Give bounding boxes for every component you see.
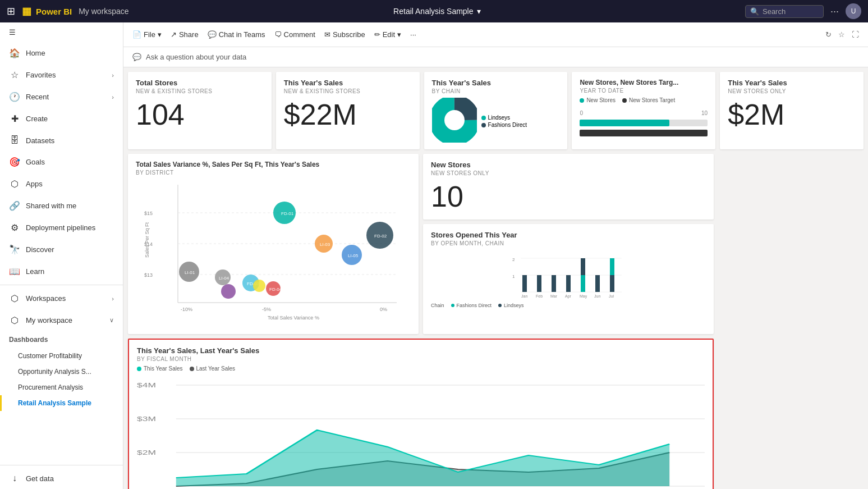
- sidebar-item-discover[interactable]: 🔭 Discover: [0, 239, 123, 261]
- toolbar-chat[interactable]: 💬 Chat in Teams: [208, 30, 265, 39]
- new-stores-count-subtitle: NEW STORES ONLY: [431, 170, 706, 176]
- get-data-icon: ↓: [9, 473, 20, 483]
- pie-chart: [432, 98, 477, 143]
- svg-rect-56: [522, 275, 527, 292]
- qa-bar[interactable]: 💬 Ask a question about your data: [123, 47, 868, 67]
- sidebar-learn-label: Learn: [26, 267, 44, 276]
- pie-legend: Lindseys Fashions Direct: [481, 115, 527, 128]
- svg-text:May: May: [580, 294, 587, 299]
- this-year-sales-title: This Year's Sales: [284, 79, 412, 87]
- sidebar-item-my-workspace[interactable]: ⬡ My workspace ∨: [0, 309, 123, 331]
- sidebar-item-home[interactable]: 🏠 Home: [0, 42, 123, 64]
- sidebar-item-learn[interactable]: 📖 Learn: [0, 261, 123, 282]
- svg-text:$3M: $3M: [137, 416, 156, 422]
- file-icon: 📄: [132, 30, 141, 39]
- sidebar-item-opportunity-analysis[interactable]: Opportunity Analysis S...: [0, 364, 123, 380]
- svg-point-50: [221, 284, 236, 299]
- svg-marker-11: [176, 430, 669, 486]
- toolbar-comment[interactable]: 🗨 Comment: [274, 30, 315, 39]
- discover-icon: 🔭: [9, 244, 20, 255]
- sidebar-item-apps[interactable]: ⬡ Apps: [0, 173, 123, 195]
- sidebar-item-create[interactable]: ✚ Create: [0, 108, 123, 130]
- legend-new-stores: New Stores: [580, 97, 616, 103]
- this-year-new-subtitle: NEW STORES ONLY: [728, 88, 856, 94]
- card-new-stores-target[interactable]: New Stores, New Stores Targ... YEAR TO D…: [572, 72, 715, 149]
- card-this-year-sales[interactable]: This Year's Sales NEW & EXISTING STORES …: [276, 72, 420, 149]
- card-stores-opened[interactable]: Stores Opened This Year BY OPEN MONTH, C…: [423, 224, 714, 334]
- target-legend-label: New Stores Target: [629, 97, 675, 103]
- file-label: File: [144, 30, 155, 39]
- stores-opened-title: Stores Opened This Year: [431, 231, 706, 239]
- last-year-legend-label: Last Year Sales: [196, 365, 236, 372]
- learn-icon: 📖: [9, 266, 20, 277]
- fashions-label: Fashions Direct: [488, 122, 527, 128]
- chevron-right-icon: ›: [112, 295, 114, 302]
- card-line-chart[interactable]: This Year's Sales, Last Year's Sales BY …: [128, 339, 714, 489]
- edit-label: Edit: [383, 30, 395, 39]
- svg-text:-10%: -10%: [181, 307, 192, 312]
- subscribe-icon: ✉: [324, 30, 330, 39]
- sidebar-item-deployment[interactable]: ⚙ Deployment pipelines: [0, 217, 123, 239]
- toolbar-share[interactable]: ↗ Share: [171, 30, 199, 39]
- sidebar-item-retail-analysis-sample[interactable]: Retail Analysis Sample: [0, 395, 123, 411]
- lindseys-dot: [481, 116, 486, 120]
- sidebar-home-label: Home: [26, 49, 45, 57]
- sidebar-item-goals[interactable]: 🎯 Goals: [0, 151, 123, 173]
- sidebar-item-datasets[interactable]: 🗄 Datasets: [0, 130, 123, 151]
- this-year-dot: [137, 367, 141, 371]
- card-by-chain[interactable]: This Year's Sales BY CHAIN: [424, 72, 568, 149]
- card-this-year-sales-new[interactable]: This Year's Sales NEW STORES ONLY $2M: [720, 72, 864, 149]
- legend-li: Lindseys: [498, 303, 524, 308]
- svg-text:FD-04: FD-04: [269, 287, 282, 292]
- toolbar-file[interactable]: 📄 File ▾: [132, 30, 162, 39]
- card-total-stores[interactable]: Total Stores NEW & EXISTING STORES 104: [128, 72, 272, 149]
- grid-icon[interactable]: ⊞: [7, 5, 15, 17]
- more-button[interactable]: ···: [830, 6, 839, 17]
- stores-opened-subtitle: BY OPEN MONTH, CHAIN: [431, 240, 706, 246]
- sidebar-create-label: Create: [26, 115, 48, 123]
- chevron-right-icon: ›: [112, 94, 114, 100]
- refresh-icon[interactable]: ↻: [825, 30, 832, 39]
- toolbar-more[interactable]: ···: [410, 30, 416, 39]
- by-chain-title: This Year's Sales: [432, 79, 560, 87]
- apps-icon: ⬡: [9, 179, 20, 189]
- li-dot: [498, 304, 502, 307]
- sidebar-item-shared[interactable]: 🔗 Shared with me: [0, 195, 123, 217]
- sidebar-item-procurement-analysis[interactable]: Procurement Analysis: [0, 380, 123, 395]
- svg-text:Mar: Mar: [550, 294, 558, 298]
- target-bar: [580, 130, 708, 136]
- line-chart-svg: $4M $3M $2M Jan Feb Mar: [137, 374, 705, 489]
- user-avatar[interactable]: U: [846, 3, 861, 19]
- dropdown-icon[interactable]: ▾: [477, 7, 481, 16]
- svg-rect-67: [595, 275, 600, 292]
- progress-bar-container: [580, 120, 708, 126]
- sidebar-item-get-data[interactable]: ↓ Get data: [0, 468, 123, 489]
- stores-opened-legend: Chain Fashions Direct Lindseys: [431, 303, 706, 308]
- svg-text:LI-04: LI-04: [219, 276, 229, 281]
- card-bubble-chart[interactable]: Total Sales Variance %, Sales Per Sq Ft,…: [128, 154, 419, 334]
- star-icon[interactable]: ☆: [838, 30, 845, 39]
- sidebar-item-recent[interactable]: 🕐 Recent ›: [0, 86, 123, 108]
- datasets-icon: 🗄: [9, 135, 20, 145]
- new-stores-legend: New Stores New Stores Target: [580, 97, 708, 103]
- card-new-stores-count[interactable]: New Stores NEW STORES ONLY 10: [423, 154, 714, 220]
- sidebar-workspaces-label: Workspaces: [26, 294, 66, 303]
- report-title-area: Retail Analysis Sample ▾: [136, 7, 738, 16]
- fullscreen-icon[interactable]: ⛶: [852, 30, 859, 39]
- hamburger-menu[interactable]: ☰: [0, 22, 123, 42]
- dashboards-section-header: Dashboards: [0, 331, 123, 348]
- svg-text:Apr: Apr: [565, 294, 572, 299]
- toolbar-edit[interactable]: ✏ Edit ▾: [374, 30, 401, 39]
- toolbar-subscribe[interactable]: ✉ Subscribe: [324, 30, 365, 39]
- sidebar-item-favorites[interactable]: ☆ Favorites ›: [0, 64, 123, 86]
- this-year-legend-label: This Year Sales: [144, 365, 183, 372]
- file-chevron: ▾: [158, 30, 162, 39]
- sidebar-bottom-divider: [0, 465, 123, 465]
- sidebar-discover-label: Discover: [26, 245, 54, 254]
- workspace-label[interactable]: My workspace: [79, 7, 128, 16]
- sidebar-item-customer-profitability[interactable]: Customer Profitability: [0, 348, 123, 364]
- search-box[interactable]: 🔍 Search: [745, 5, 824, 18]
- comment-label: Comment: [284, 30, 315, 39]
- svg-text:FD-02: FD-02: [374, 234, 387, 239]
- sidebar-item-workspaces[interactable]: ⬡ Workspaces ›: [0, 287, 123, 309]
